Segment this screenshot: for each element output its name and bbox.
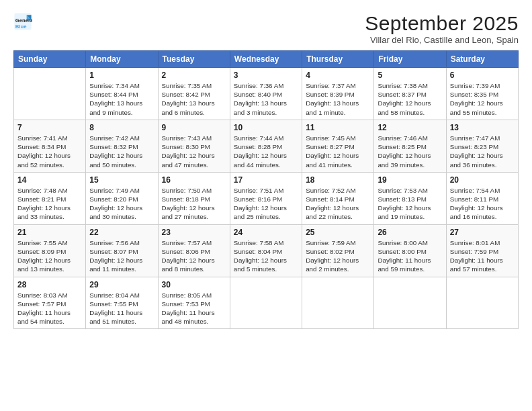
day-info: Sunrise: 8:04 AM Sunset: 7:55 PM Dayligh… — [89, 291, 154, 326]
logo-icon: General Blue — [13, 12, 32, 31]
calendar-cell: 27Sunrise: 8:01 AM Sunset: 7:59 PM Dayli… — [446, 224, 518, 277]
calendar-cell: 13Sunrise: 7:47 AM Sunset: 8:23 PM Dayli… — [446, 120, 518, 172]
calendar-week-1: 7Sunrise: 7:41 AM Sunset: 8:34 PM Daylig… — [14, 120, 519, 172]
day-number: 2 — [162, 71, 226, 80]
day-info: Sunrise: 7:42 AM Sunset: 8:32 PM Dayligh… — [89, 134, 154, 169]
day-info: Sunrise: 7:51 AM Sunset: 8:16 PM Dayligh… — [234, 186, 298, 222]
day-info: Sunrise: 8:00 AM Sunset: 8:00 PM Dayligh… — [378, 238, 442, 274]
day-info: Sunrise: 8:01 AM Sunset: 7:59 PM Dayligh… — [450, 238, 515, 274]
day-info: Sunrise: 7:45 AM Sunset: 8:27 PM Dayligh… — [306, 134, 370, 169]
day-info: Sunrise: 7:35 AM Sunset: 8:42 PM Dayligh… — [162, 81, 226, 117]
day-info: Sunrise: 7:52 AM Sunset: 8:14 PM Dayligh… — [306, 186, 370, 222]
calendar-cell: 14Sunrise: 7:48 AM Sunset: 8:21 PM Dayli… — [14, 172, 86, 224]
calendar-cell — [446, 277, 518, 329]
day-info: Sunrise: 7:56 AM Sunset: 8:07 PM Dayligh… — [89, 238, 154, 274]
day-number: 13 — [450, 123, 515, 132]
calendar-cell — [374, 277, 446, 329]
day-info: Sunrise: 7:58 AM Sunset: 8:04 PM Dayligh… — [234, 238, 298, 274]
calendar-cell: 3Sunrise: 7:36 AM Sunset: 8:40 PM Daylig… — [230, 68, 302, 120]
day-number: 4 — [306, 71, 370, 80]
day-number: 8 — [89, 123, 154, 132]
day-info: Sunrise: 7:46 AM Sunset: 8:25 PM Dayligh… — [378, 134, 442, 169]
calendar-week-2: 14Sunrise: 7:48 AM Sunset: 8:21 PM Dayli… — [14, 172, 519, 224]
day-info: Sunrise: 7:38 AM Sunset: 8:37 PM Dayligh… — [378, 81, 442, 117]
calendar-cell: 18Sunrise: 7:52 AM Sunset: 8:14 PM Dayli… — [302, 172, 374, 224]
header-row: Sunday Monday Tuesday Wednesday Thursday… — [14, 51, 519, 68]
day-number: 24 — [234, 228, 298, 237]
day-number: 11 — [306, 123, 370, 132]
day-number: 23 — [162, 228, 226, 237]
calendar-cell: 4Sunrise: 7:37 AM Sunset: 8:39 PM Daylig… — [302, 68, 374, 120]
calendar-cell: 28Sunrise: 8:03 AM Sunset: 7:57 PM Dayli… — [14, 277, 86, 329]
day-number: 21 — [17, 228, 82, 237]
col-saturday: Saturday — [446, 51, 518, 68]
svg-text:General: General — [15, 17, 32, 24]
calendar-cell: 16Sunrise: 7:50 AM Sunset: 8:18 PM Dayli… — [158, 172, 230, 224]
day-number: 14 — [17, 175, 82, 185]
day-info: Sunrise: 7:43 AM Sunset: 8:30 PM Dayligh… — [162, 134, 226, 169]
calendar-cell: 12Sunrise: 7:46 AM Sunset: 8:25 PM Dayli… — [374, 120, 446, 172]
day-info: Sunrise: 7:47 AM Sunset: 8:23 PM Dayligh… — [450, 134, 515, 169]
logo: General Blue — [13, 12, 32, 31]
calendar-subtitle: Villar del Rio, Castille and Leon, Spain — [365, 35, 519, 45]
calendar-cell: 24Sunrise: 7:58 AM Sunset: 8:04 PM Dayli… — [230, 224, 302, 277]
col-thursday: Thursday — [302, 51, 374, 68]
col-wednesday: Wednesday — [230, 51, 302, 68]
calendar-cell: 8Sunrise: 7:42 AM Sunset: 8:32 PM Daylig… — [86, 120, 158, 172]
svg-text:Blue: Blue — [15, 24, 27, 30]
day-info: Sunrise: 7:55 AM Sunset: 8:09 PM Dayligh… — [17, 238, 82, 274]
day-info: Sunrise: 7:39 AM Sunset: 8:35 PM Dayligh… — [450, 81, 515, 117]
calendar-cell: 25Sunrise: 7:59 AM Sunset: 8:02 PM Dayli… — [302, 224, 374, 277]
day-number: 6 — [450, 71, 515, 80]
day-number: 1 — [89, 71, 154, 80]
calendar-cell: 6Sunrise: 7:39 AM Sunset: 8:35 PM Daylig… — [446, 68, 518, 120]
calendar-cell: 20Sunrise: 7:54 AM Sunset: 8:11 PM Dayli… — [446, 172, 518, 224]
calendar-cell: 19Sunrise: 7:53 AM Sunset: 8:13 PM Dayli… — [374, 172, 446, 224]
day-info: Sunrise: 7:59 AM Sunset: 8:02 PM Dayligh… — [306, 238, 370, 274]
day-number: 7 — [17, 123, 82, 132]
col-monday: Monday — [86, 51, 158, 68]
day-number: 17 — [234, 175, 298, 185]
day-info: Sunrise: 7:41 AM Sunset: 8:34 PM Dayligh… — [17, 134, 82, 169]
day-number: 20 — [450, 175, 515, 185]
day-number: 16 — [162, 175, 226, 185]
col-sunday: Sunday — [14, 51, 86, 68]
day-number: 15 — [89, 175, 154, 185]
calendar-cell: 2Sunrise: 7:35 AM Sunset: 8:42 PM Daylig… — [158, 68, 230, 120]
calendar-cell: 23Sunrise: 7:57 AM Sunset: 8:06 PM Dayli… — [158, 224, 230, 277]
calendar-cell: 1Sunrise: 7:34 AM Sunset: 8:44 PM Daylig… — [86, 68, 158, 120]
day-info: Sunrise: 7:49 AM Sunset: 8:20 PM Dayligh… — [89, 186, 154, 222]
calendar-cell: 7Sunrise: 7:41 AM Sunset: 8:34 PM Daylig… — [14, 120, 86, 172]
calendar-cell: 17Sunrise: 7:51 AM Sunset: 8:16 PM Dayli… — [230, 172, 302, 224]
day-number: 18 — [306, 175, 370, 185]
title-block: September 2025 Villar del Rio, Castille … — [365, 12, 519, 45]
day-info: Sunrise: 7:36 AM Sunset: 8:40 PM Dayligh… — [234, 81, 298, 117]
calendar-cell: 26Sunrise: 8:00 AM Sunset: 8:00 PM Dayli… — [374, 224, 446, 277]
day-number: 12 — [378, 123, 442, 132]
page: General Blue September 2025 Villar del R… — [0, 0, 532, 411]
calendar-week-3: 21Sunrise: 7:55 AM Sunset: 8:09 PM Dayli… — [14, 224, 519, 277]
calendar-week-0: 1Sunrise: 7:34 AM Sunset: 8:44 PM Daylig… — [14, 68, 519, 120]
calendar-cell — [230, 277, 302, 329]
calendar-cell: 5Sunrise: 7:38 AM Sunset: 8:37 PM Daylig… — [374, 68, 446, 120]
col-friday: Friday — [374, 51, 446, 68]
calendar-cell: 10Sunrise: 7:44 AM Sunset: 8:28 PM Dayli… — [230, 120, 302, 172]
day-number: 5 — [378, 71, 442, 80]
day-info: Sunrise: 7:57 AM Sunset: 8:06 PM Dayligh… — [162, 238, 226, 274]
day-number: 10 — [234, 123, 298, 132]
day-number: 25 — [306, 228, 370, 237]
calendar-cell: 30Sunrise: 8:05 AM Sunset: 7:53 PM Dayli… — [158, 277, 230, 329]
calendar-table: Sunday Monday Tuesday Wednesday Thursday… — [13, 50, 519, 329]
day-number: 9 — [162, 123, 226, 132]
calendar-cell: 15Sunrise: 7:49 AM Sunset: 8:20 PM Dayli… — [86, 172, 158, 224]
day-number: 27 — [450, 228, 515, 237]
calendar-cell: 9Sunrise: 7:43 AM Sunset: 8:30 PM Daylig… — [158, 120, 230, 172]
calendar-title: September 2025 — [365, 12, 519, 35]
day-number: 22 — [89, 228, 154, 237]
calendar-cell: 22Sunrise: 7:56 AM Sunset: 8:07 PM Dayli… — [86, 224, 158, 277]
day-info: Sunrise: 8:03 AM Sunset: 7:57 PM Dayligh… — [17, 291, 82, 326]
day-number: 26 — [378, 228, 442, 237]
calendar-cell — [14, 68, 86, 120]
day-number: 3 — [234, 71, 298, 80]
day-info: Sunrise: 8:05 AM Sunset: 7:53 PM Dayligh… — [162, 291, 226, 326]
